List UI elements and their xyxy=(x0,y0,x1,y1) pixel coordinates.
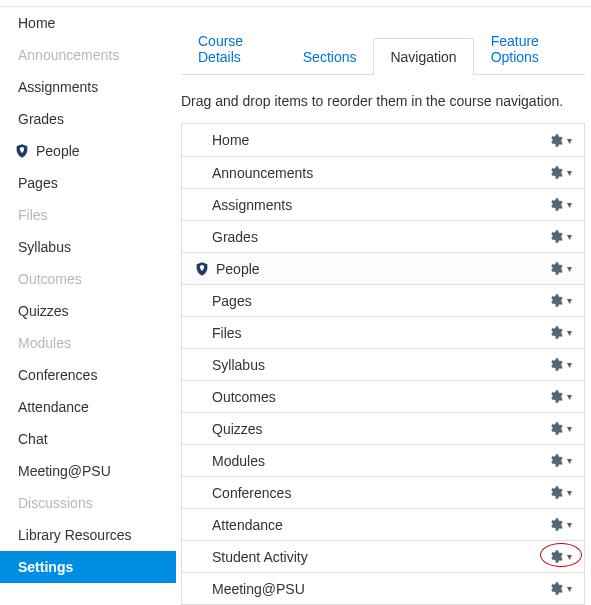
sidebar-item-files[interactable]: Files xyxy=(0,199,175,231)
caret-down-icon: ▾ xyxy=(565,167,572,178)
gear-icon xyxy=(548,453,563,468)
nav-row-options-button[interactable]: ▾ xyxy=(548,197,572,212)
gear-icon xyxy=(548,549,563,564)
sidebar-item-label: Pages xyxy=(18,175,58,191)
sidebar-item-library-resources[interactable]: Library Resources xyxy=(0,519,175,551)
sidebar-item-attendance[interactable]: Attendance xyxy=(0,391,175,423)
gear-icon xyxy=(548,261,563,276)
gear-icon xyxy=(548,229,563,244)
nav-row-options-button[interactable]: ▾ xyxy=(548,485,572,500)
course-sidebar: HomeAnnouncementsAssignmentsGradesPeople… xyxy=(0,7,175,605)
sidebar-item-meeting-psu[interactable]: Meeting@PSU xyxy=(0,455,175,487)
nav-row-options-button[interactable]: ▾ xyxy=(548,389,572,404)
nav-row[interactable]: Grades▾ xyxy=(182,220,584,252)
nav-row[interactable]: Attendance▾ xyxy=(182,508,584,540)
sidebar-item-pages[interactable]: Pages xyxy=(0,167,175,199)
sidebar-item-label: Attendance xyxy=(18,399,89,415)
nav-row[interactable]: People▾ xyxy=(182,252,584,284)
nav-row[interactable]: Modules▾ xyxy=(182,444,584,476)
nav-row-options-button[interactable]: ▾ xyxy=(548,421,572,436)
tab-course-details[interactable]: Course Details xyxy=(181,22,286,75)
nav-row[interactable]: Assignments▾ xyxy=(182,188,584,220)
shield-icon xyxy=(194,261,210,277)
nav-row-label: Student Activity xyxy=(212,549,308,565)
nav-row-label: Meeting@PSU xyxy=(212,581,305,597)
nav-row[interactable]: Announcements▾ xyxy=(182,156,584,188)
sidebar-item-label: Chat xyxy=(18,431,48,447)
sidebar-item-label: Modules xyxy=(18,335,71,351)
sidebar-item-grades[interactable]: Grades xyxy=(0,103,175,135)
nav-row-label: Modules xyxy=(212,453,265,469)
gear-icon xyxy=(548,133,563,148)
caret-down-icon: ▾ xyxy=(565,199,572,210)
nav-row[interactable]: Quizzes▾ xyxy=(182,412,584,444)
nav-row-options-button[interactable]: ▾ xyxy=(548,325,572,340)
nav-row-label: Attendance xyxy=(212,517,283,533)
sidebar-item-people[interactable]: People xyxy=(0,135,175,167)
sidebar-item-syllabus[interactable]: Syllabus xyxy=(0,231,175,263)
nav-row[interactable]: Meeting@PSU▾ xyxy=(182,572,584,604)
nav-row[interactable]: Student Activity▾ xyxy=(182,540,584,572)
caret-down-icon: ▾ xyxy=(565,455,572,466)
sidebar-item-label: Syllabus xyxy=(18,239,71,255)
gear-icon xyxy=(548,581,563,596)
sidebar-item-discussions[interactable]: Discussions xyxy=(0,487,175,519)
sidebar-item-label: Settings xyxy=(18,559,73,575)
nav-row[interactable]: Home▾ xyxy=(182,124,584,156)
gear-icon xyxy=(548,165,563,180)
nav-row-label: Announcements xyxy=(212,165,313,181)
caret-down-icon: ▾ xyxy=(565,519,572,530)
nav-row-label: Quizzes xyxy=(212,421,263,437)
nav-row-label: Home xyxy=(212,132,249,148)
sidebar-item-label: Assignments xyxy=(18,79,98,95)
sidebar-item-label: Files xyxy=(18,207,48,223)
nav-row[interactable]: Files▾ xyxy=(182,316,584,348)
sidebar-item-settings[interactable]: Settings xyxy=(0,551,176,583)
nav-row-options-button[interactable]: ▾ xyxy=(548,453,572,468)
sidebar-item-chat[interactable]: Chat xyxy=(0,423,175,455)
sidebar-item-label: Library Resources xyxy=(18,527,132,543)
sidebar-item-conferences[interactable]: Conferences xyxy=(0,359,175,391)
nav-row-label: Syllabus xyxy=(212,357,265,373)
nav-row-options-button[interactable]: ▾ xyxy=(548,229,572,244)
sidebar-item-home[interactable]: Home xyxy=(0,7,175,39)
nav-row-label: Files xyxy=(212,325,242,341)
caret-down-icon: ▾ xyxy=(565,359,572,370)
gear-icon xyxy=(548,389,563,404)
caret-down-icon: ▾ xyxy=(565,135,572,146)
gear-icon xyxy=(548,485,563,500)
main-content: Course DetailsSectionsNavigationFeature … xyxy=(175,7,591,605)
nav-row-options-button[interactable]: ▾ xyxy=(548,357,572,372)
gear-icon xyxy=(548,325,563,340)
sidebar-item-label: Grades xyxy=(18,111,64,127)
sidebar-item-quizzes[interactable]: Quizzes xyxy=(0,295,175,327)
nav-row-options-button[interactable]: ▾ xyxy=(548,261,572,276)
nav-row-options-button[interactable]: ▾ xyxy=(548,133,572,148)
nav-row-label: Grades xyxy=(212,229,258,245)
nav-row-label: Assignments xyxy=(212,197,292,213)
tab-feature-options[interactable]: Feature Options xyxy=(474,22,585,75)
sidebar-item-outcomes[interactable]: Outcomes xyxy=(0,263,175,295)
sidebar-item-assignments[interactable]: Assignments xyxy=(0,71,175,103)
nav-row[interactable]: Conferences▾ xyxy=(182,476,584,508)
sidebar-item-announcements[interactable]: Announcements xyxy=(0,39,175,71)
nav-row[interactable]: Outcomes▾ xyxy=(182,380,584,412)
nav-row-options-button[interactable]: ▾ xyxy=(548,549,572,564)
nav-row-options-button[interactable]: ▾ xyxy=(548,293,572,308)
nav-row-options-button[interactable]: ▾ xyxy=(548,165,572,180)
tab-sections[interactable]: Sections xyxy=(286,38,374,75)
gear-icon xyxy=(548,357,563,372)
nav-row-options-button[interactable]: ▾ xyxy=(548,581,572,596)
nav-row[interactable]: Pages▾ xyxy=(182,284,584,316)
instructions-text: Drag and drop items to reorder them in t… xyxy=(181,93,585,109)
tab-navigation[interactable]: Navigation xyxy=(373,38,473,75)
gear-icon xyxy=(548,421,563,436)
nav-row-options-button[interactable]: ▾ xyxy=(548,517,572,532)
caret-down-icon: ▾ xyxy=(565,263,572,274)
sidebar-item-label: Quizzes xyxy=(18,303,69,319)
nav-row-label: Outcomes xyxy=(212,389,276,405)
navigation-order-list: Home▾Announcements▾Assignments▾Grades▾Pe… xyxy=(181,123,585,605)
nav-row[interactable]: Syllabus▾ xyxy=(182,348,584,380)
gear-icon xyxy=(548,197,563,212)
sidebar-item-modules[interactable]: Modules xyxy=(0,327,175,359)
